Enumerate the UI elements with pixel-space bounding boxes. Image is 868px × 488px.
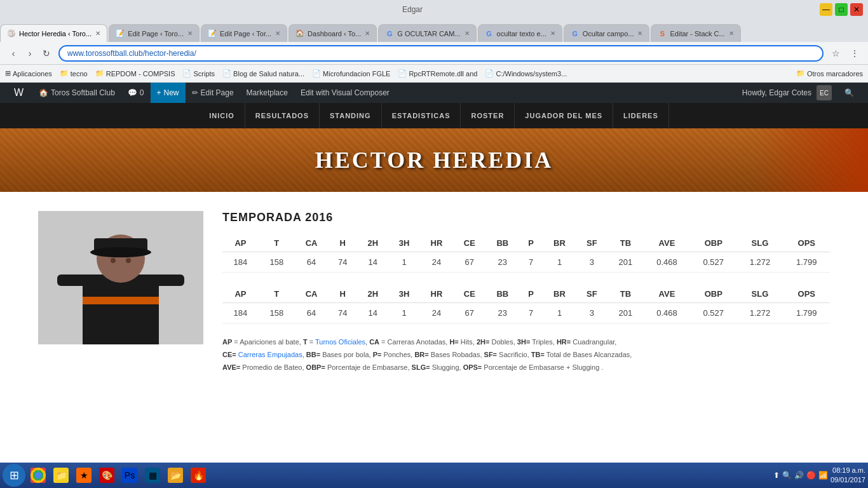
tab-label-1: Edit Page ‹ Toro... <box>128 30 184 37</box>
plus-icon: + <box>157 88 161 97</box>
refresh-button[interactable]: ↻ <box>38 45 55 62</box>
col-tb-2: TB <box>607 285 644 303</box>
wp-logo-button[interactable]: W <box>8 83 32 103</box>
nav-roster-label: ROSTER <box>471 112 504 119</box>
bookmark-icon: ⊞ <box>5 69 11 78</box>
bookmark-rpc[interactable]: 📄 RpcRTRemote.dll and <box>398 69 477 78</box>
tab-3[interactable]: 🏠 Dashboard ‹ To... ✕ <box>288 24 377 42</box>
tab-close-3[interactable]: ✕ <box>365 30 370 37</box>
main-content: TEMPORADA 2016 AP T CA H 2H 3H HR CE BB … <box>0 192 868 446</box>
tab-0[interactable]: 🏐 Hector Heredia ‹ Toro... ✕ <box>0 24 107 42</box>
folder-icon-2: 📁 <box>95 69 104 78</box>
wp-edit-page[interactable]: ✏ Edit Page <box>186 83 240 103</box>
tab-close-2[interactable]: ✕ <box>275 30 280 37</box>
nav-jugador-mes[interactable]: JUGADOR DEL MES <box>515 103 613 128</box>
bookmark-tecno[interactable]: 📁 tecno <box>60 69 88 78</box>
hero-overlay <box>754 128 868 192</box>
nav-lideres[interactable]: LIDERES <box>613 103 669 128</box>
col-3h-2: 3H <box>388 285 419 303</box>
val-ce-1: 67 <box>453 252 485 273</box>
nav-inicio[interactable]: INICIO <box>199 103 245 128</box>
col-br-2: BR <box>543 285 576 303</box>
back-button[interactable]: ‹ <box>5 45 22 62</box>
nav-resultados-label: RESULTADOS <box>255 112 309 119</box>
tab-close-7[interactable]: ✕ <box>729 30 734 37</box>
col-h-2: H <box>328 285 357 303</box>
maximize-button[interactable]: □ <box>835 3 848 16</box>
tab-7[interactable]: S Editar - Stack C... ✕ <box>651 24 740 42</box>
tab-close-6[interactable]: ✕ <box>637 30 642 37</box>
search-icon: 🔍 <box>844 88 854 97</box>
bookmark-scripts[interactable]: 📄 Scripts <box>182 69 215 78</box>
tab-2[interactable]: 📝 Edit Page ‹ Tor... ✕ <box>201 24 287 42</box>
svg-rect-9 <box>57 274 89 286</box>
nav-standing[interactable]: STANDING <box>320 103 382 128</box>
col-ca-2: CA <box>295 285 328 303</box>
col-t-2: T <box>259 285 295 303</box>
bookmark-label-3: Scripts <box>193 70 215 78</box>
close-button[interactable]: ✕ <box>850 3 863 16</box>
svg-point-7 <box>111 258 116 263</box>
tab-1[interactable]: 📝 Edit Page ‹ Toro... ✕ <box>109 24 200 42</box>
bookmark-apps[interactable]: ⊞ Aplicaciones <box>5 69 52 78</box>
settings-button[interactable]: ⋮ <box>846 45 863 62</box>
wp-visual-composer[interactable]: Edit with Visual Composer <box>294 83 396 103</box>
tab-4[interactable]: G G OCULTAR CAM... ✕ <box>378 24 476 42</box>
wp-admin-bar: W 🏠 Toros Softball Club 💬 0 + New ✏ Edit… <box>0 83 868 103</box>
nav-roster[interactable]: ROSTER <box>461 103 515 128</box>
tab-label-5: ocultar texto e... <box>497 30 546 37</box>
address-bar[interactable] <box>58 45 824 62</box>
minimize-button[interactable]: — <box>820 3 832 16</box>
col-slg-2: SLG <box>736 285 783 303</box>
svg-rect-2 <box>83 297 159 304</box>
wp-marketplace[interactable]: Marketplace <box>240 83 294 103</box>
col-obp-2: OBP <box>690 285 736 303</box>
col-hr-1: HR <box>420 234 453 252</box>
bookmark-blog[interactable]: 📄 Blog de Salud natura... <box>222 69 304 78</box>
tab-close-4[interactable]: ✕ <box>465 30 470 37</box>
stats-data-row-2: 184 158 64 74 14 1 24 67 23 7 1 3 201 0.… <box>222 303 830 323</box>
wp-site-name[interactable]: 🏠 Toros Softball Club <box>32 83 121 103</box>
nav-resultados[interactable]: RESULTADOS <box>245 103 320 128</box>
svg-point-8 <box>126 258 131 263</box>
col-ops-2: OPS <box>783 285 830 303</box>
player-image <box>38 211 203 344</box>
bookmark-button[interactable]: ☆ <box>827 45 844 62</box>
val-bb-1: 23 <box>486 252 519 273</box>
bookmark-label-2: REPDOM - COMPSIS <box>106 70 175 78</box>
bookmark-windows[interactable]: 📄 C:/Windows/system3... <box>485 69 567 78</box>
tab-label-7: Editar - Stack C... <box>670 30 724 37</box>
nav-jugador-label: JUGADOR DEL MES <box>525 112 602 119</box>
tab-close-5[interactable]: ✕ <box>550 30 555 37</box>
tab-close-1[interactable]: ✕ <box>187 30 193 37</box>
nav-estadisticas[interactable]: ESTADISTICAS <box>382 103 461 128</box>
bookmark-otros[interactable]: 📁 Otros marcadores <box>796 69 863 78</box>
val-ave-2: 0.468 <box>644 303 690 323</box>
wp-comments[interactable]: 💬 0 <box>121 83 151 103</box>
col-hr-2: HR <box>420 285 453 303</box>
bookmark-repdom[interactable]: 📁 REPDOM - COMPSIS <box>95 69 175 78</box>
val-ca-2: 64 <box>295 303 328 323</box>
search-button[interactable]: 🔍 <box>838 83 860 103</box>
tab-5[interactable]: G ocultar texto e... ✕ <box>478 24 562 42</box>
val-t-1: 158 <box>259 252 295 273</box>
tab-6[interactable]: G Ocultar campo... ✕ <box>564 24 650 42</box>
nav-estadisticas-label: ESTADISTICAS <box>392 112 451 119</box>
col-h-1: H <box>328 234 357 252</box>
forward-button[interactable]: › <box>22 45 38 62</box>
window-controls[interactable]: — □ ✕ <box>820 3 863 16</box>
col-obp-1: OBP <box>690 234 736 252</box>
val-3h-2: 1 <box>388 303 419 323</box>
bookmark-blog-icon: 📄 <box>222 69 231 78</box>
bookmark-micro[interactable]: 📄 Microfundacion FGLE <box>312 69 390 78</box>
wp-new[interactable]: + New <box>151 83 186 103</box>
legend-ce: CE= Carreras Empujadas, BB= Bases por bo… <box>222 351 632 358</box>
val-ce-2: 67 <box>453 303 485 323</box>
val-ops-1: 1.799 <box>783 252 830 273</box>
bookmark-micro-icon: 📄 <box>312 69 321 78</box>
tab-label-6: Ocultar campo... <box>583 30 634 37</box>
howdy-menu[interactable]: Howdy, Edgar Cotes EC <box>736 83 838 103</box>
tab-close-0[interactable]: ✕ <box>95 30 100 37</box>
title-bar: Edgar — □ ✕ <box>0 0 868 19</box>
val-3h-1: 1 <box>388 252 419 273</box>
